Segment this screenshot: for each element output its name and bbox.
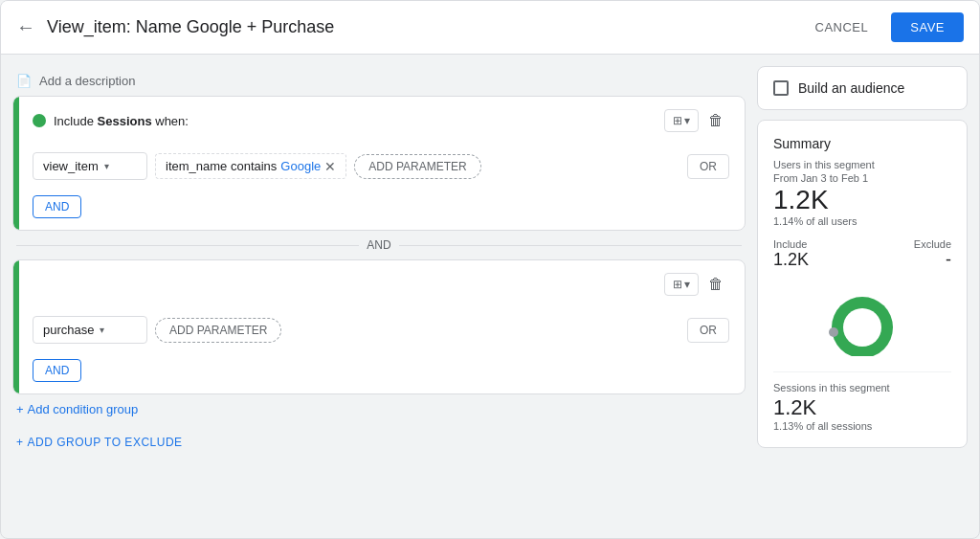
condition-tags-1: item_name contains Google ✕ [155, 153, 346, 179]
tag-item-1: item_name contains Google ✕ [166, 159, 336, 173]
table-view-button-2[interactable]: ⊞ ▾ [664, 273, 699, 296]
summary-card: Summary Users in this segment From Jan 3… [757, 120, 968, 448]
add-parameter-button-1[interactable]: ADD PARAMETER [354, 154, 480, 179]
delete-icon-2: 🗑 [708, 276, 724, 292]
include-bar-2 [13, 260, 19, 393]
condition-row-2: purchase ▾ ADD PARAMETER OR [13, 308, 745, 351]
sessions-pct: 1.13% of all sessions [773, 420, 951, 432]
exclude-plus-icon: + [16, 436, 24, 449]
summary-title: Summary [773, 136, 951, 151]
description-placeholder: Add a description [39, 74, 135, 88]
include-col: Include 1.2K [773, 238, 809, 270]
tag-close-button[interactable]: ✕ [324, 160, 336, 173]
back-button[interactable]: ← [16, 16, 35, 38]
include-exclude-row: Include 1.2K Exclude - [773, 238, 951, 270]
main-content: 📄 Add a description Include Sessions whe… [1, 55, 979, 538]
build-audience-label: Build an audience [798, 80, 904, 96]
add-icon: + [16, 402, 24, 416]
header: ← View_item: Name Google + Purchase CANC… [1, 1, 979, 55]
include-actions-2: ⊞ ▾ 🗑 [664, 272, 729, 297]
build-audience-checkbox[interactable] [773, 80, 789, 96]
or-button-1[interactable]: OR [687, 154, 729, 179]
save-button[interactable]: SAVE [891, 12, 964, 42]
delete-block-button[interactable]: 🗑 [702, 108, 729, 133]
include-actions: ⊞ ▾ 🗑 [664, 108, 729, 133]
include-header-1: Include Sessions when: ⊞ ▾ 🗑 [13, 97, 745, 145]
exclude-label-sum: Exclude [914, 238, 951, 250]
table-icon: ⊞ [673, 114, 682, 127]
users-pct: 1.14% of all users [773, 215, 951, 227]
condition-row-1: view_item ▾ item_name contains Google ✕ … [13, 145, 745, 188]
right-panel: Build an audience Summary Users in this … [757, 66, 968, 527]
page-title: View_item: Name Google + Purchase [47, 17, 800, 37]
users-sub: Users in this segment [773, 159, 951, 170]
table-view-button[interactable]: ⊞ ▾ [664, 109, 699, 132]
build-audience-card: Build an audience [757, 66, 968, 110]
and-button-1[interactable]: AND [33, 195, 81, 218]
svg-point-1 [843, 308, 881, 347]
add-exclude-group[interactable]: + ADD GROUP TO EXCLUDE [12, 424, 746, 453]
table-chevron: ▾ [684, 114, 690, 127]
add-condition-label: Add condition group [28, 402, 139, 416]
event-dropdown-2[interactable]: purchase ▾ [33, 316, 147, 344]
delete-icon: 🗑 [708, 112, 724, 128]
add-condition-group[interactable]: + Add condition group [12, 394, 746, 424]
sessions-count: 1.2K [773, 395, 951, 420]
table-icon-2: ⊞ [673, 278, 682, 291]
left-panel: 📄 Add a description Include Sessions whe… [12, 66, 746, 527]
event-dropdown-1[interactable]: view_item ▾ [33, 152, 147, 180]
include-label: Include Sessions when: [54, 114, 657, 128]
sessions-section: Sessions in this segment 1.2K 1.13% of a… [773, 371, 951, 432]
cancel-button[interactable]: CANCEL [800, 12, 884, 42]
dropdown-chevron: ▾ [104, 161, 109, 171]
table-chevron-2: ▾ [684, 278, 690, 291]
include-block-2: ⊞ ▾ 🗑 purchase ▾ ADD PARAMETER OR [12, 259, 746, 394]
donut-chart [773, 272, 951, 364]
include-num: 1.2K [773, 250, 809, 270]
include-block-1: Include Sessions when: ⊞ ▾ 🗑 v [12, 96, 746, 231]
exclude-group-label: ADD GROUP TO EXCLUDE [28, 436, 183, 449]
include-header-2: ⊞ ▾ 🗑 [13, 260, 745, 308]
exclude-col: Exclude - [914, 238, 951, 270]
include-dot [33, 114, 46, 127]
and-button-2[interactable]: AND [33, 359, 81, 382]
or-button-2[interactable]: OR [687, 318, 729, 343]
include-bar [13, 97, 19, 230]
add-parameter-button-2[interactable]: ADD PARAMETER [155, 318, 281, 343]
and-separator: AND [12, 231, 746, 259]
users-date: From Jan 3 to Feb 1 [773, 172, 951, 184]
users-count: 1.2K [773, 186, 951, 215]
delete-block-button-2[interactable]: 🗑 [702, 272, 729, 297]
exclude-num: - [914, 250, 951, 270]
description-row[interactable]: 📄 Add a description [12, 66, 746, 96]
dropdown-chevron-2: ▾ [100, 325, 104, 335]
description-icon: 📄 [16, 74, 32, 88]
include-label-sum: Include [773, 238, 809, 250]
sessions-sub: Sessions in this segment [773, 382, 951, 393]
svg-point-2 [829, 327, 838, 337]
